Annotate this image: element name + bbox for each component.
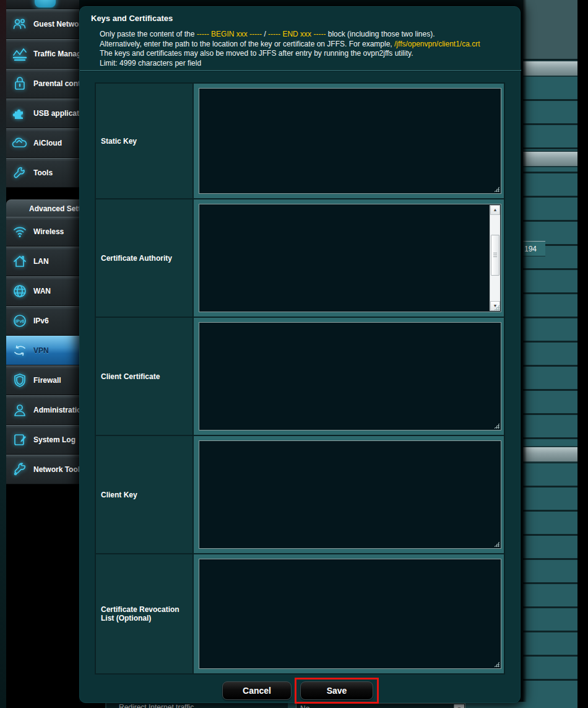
sidebar-footer-space	[6, 484, 79, 708]
sidebar-item-parental-control[interactable]: Parental control	[6, 69, 79, 98]
scrollbar-thumb[interactable]	[491, 235, 499, 276]
sidebar-item-vpn[interactable]: VPN	[6, 336, 79, 365]
vpn-arrows-icon	[12, 343, 28, 359]
sidebar-item-label: WAN	[33, 287, 51, 295]
background-settings-table: 194	[523, 0, 577, 708]
section-header-bar	[523, 151, 577, 167]
shield-icon	[12, 372, 28, 388]
partial-icon	[35, 0, 56, 7]
dialog-button-row: Cancel Save	[80, 678, 521, 704]
instruction-line-1: Only paste the content of the ----- BEGI…	[100, 30, 480, 40]
dialog-instructions: Only paste the content of the ----- BEGI…	[100, 30, 480, 68]
static-key-label: Static Key	[96, 84, 194, 198]
sidebar-item-label: Tools	[33, 168, 53, 177]
sidebar-item-tools[interactable]: Tools	[6, 158, 79, 188]
sidebar-item-administration[interactable]: Administration	[6, 395, 79, 425]
cancel-button[interactable]: Cancel	[222, 681, 292, 700]
sidebar-item-label: System Log	[33, 435, 76, 444]
sidebar-item-label: Parental control	[33, 79, 79, 88]
table-row: Certificate Revocation List (Optional)	[96, 554, 504, 675]
scroll-up-icon[interactable]: ▲	[490, 205, 500, 215]
select-value: No	[300, 704, 309, 708]
sidebar-item-label: IPv6	[33, 317, 49, 325]
static-key-textarea[interactable]	[199, 89, 501, 193]
sidebar-item-label: Guest Network	[33, 20, 79, 28]
wrench-icon	[12, 165, 28, 181]
sidebar-item-label: USB application	[33, 109, 79, 118]
client-certificate-textarea[interactable]	[199, 323, 501, 430]
sidebar-item-label: LAN	[33, 257, 49, 266]
sidebar-advanced-settings-header: Advanced Settings	[6, 199, 79, 217]
ipv6-icon: IPv6	[12, 313, 28, 329]
table-row: Client Certificate	[96, 318, 504, 436]
static-key-field-cell	[194, 84, 504, 198]
section-header-bar	[523, 446, 577, 463]
svg-text:IPv6: IPv6	[15, 319, 25, 323]
save-button-highlight-box: Save	[295, 678, 379, 704]
table-row: Certificate Authority ▲ ▼	[96, 199, 504, 318]
client-key-field-cell	[194, 436, 504, 553]
client-key-textarea[interactable]	[199, 441, 501, 548]
sidebar-item-usb-application[interactable]: USB application	[6, 98, 79, 128]
sidebar-item-guest-network[interactable]: Guest Network	[6, 9, 79, 39]
redirect-traffic-label: Redirect Internet traffic	[119, 703, 194, 708]
sidebar-item-firewall[interactable]: Firewall	[6, 365, 79, 395]
wifi-icon	[12, 224, 28, 240]
table-rows-clipped	[523, 77, 577, 708]
sidebar-item-aicloud[interactable]: AiCloud	[6, 128, 79, 158]
table-row: Client Key	[96, 436, 504, 554]
modal-shadow-on-page	[523, 0, 527, 708]
cloud-icon	[12, 135, 28, 151]
instruction-line-3: The keys and certificates may also be mo…	[100, 49, 480, 59]
page-right-edge	[577, 0, 588, 708]
sidebar-item-label: Network Tools	[33, 465, 79, 474]
person-icon	[12, 402, 28, 418]
traffic-chart-icon	[12, 46, 28, 62]
sidebar-item-network-tools[interactable]: Network Tools	[6, 455, 79, 484]
sidebar-item-label: AiCloud	[33, 139, 62, 147]
sidebar-item-ipv6[interactable]: IPv6 IPv6	[6, 306, 79, 336]
sidebar-item-lan[interactable]: LAN	[6, 247, 79, 276]
page-top-block	[523, 0, 577, 60]
certificate-revocation-list-textarea[interactable]	[199, 559, 501, 668]
instruction-line-2: Alternatively, enter the path to the loc…	[100, 40, 480, 50]
sidebar-item-traffic-manager[interactable]: Traffic Manager	[6, 39, 79, 69]
dialog-title: Keys and Certificates	[91, 14, 173, 23]
vertical-scrollbar[interactable]: ▲ ▼	[490, 205, 500, 311]
sidebar-item-label: Wireless	[33, 227, 64, 236]
sidebar-item-partial[interactable]	[6, 0, 79, 9]
instruction-line-4: Limit: 4999 characters per field	[100, 59, 480, 69]
client-certificate-label: Client Certificate	[96, 318, 194, 435]
client-certificate-field-cell	[194, 318, 504, 435]
table-row: Static Key	[96, 84, 504, 199]
section-header-bar	[523, 60, 577, 77]
house-icon	[12, 253, 28, 269]
sidebar-item-label: Firewall	[33, 376, 61, 385]
page-left-edge	[0, 0, 6, 708]
header-divider	[80, 69, 521, 71]
sidebar-item-label: Traffic Manager	[33, 50, 79, 58]
certificates-form-table: Static Key Certificate Authority ▲	[95, 82, 505, 675]
client-key-label: Client Key	[96, 436, 194, 553]
sidebar-item-system-log[interactable]: System Log	[6, 425, 79, 455]
redirect-traffic-select[interactable]: No ▼	[296, 703, 465, 708]
save-button[interactable]: Save	[300, 681, 373, 700]
certificate-authority-field-cell: ▲ ▼	[194, 199, 504, 317]
certificate-revocation-list-label: Certificate Revocation List (Optional)	[96, 554, 194, 673]
certificate-authority-textarea[interactable]	[199, 204, 501, 312]
network-wrench-icon	[12, 461, 28, 478]
chevron-down-icon[interactable]: ▼	[454, 704, 464, 708]
keys-and-certificates-dialog: Keys and Certificates Only paste the con…	[79, 6, 521, 703]
certificate-authority-label: Certificate Authority	[96, 199, 194, 317]
log-icon	[12, 432, 28, 448]
lock-icon	[12, 76, 28, 92]
sidebar-item-wan[interactable]: WAN	[6, 276, 79, 306]
sidebar-nav: Guest Network Traffic Manager Parental c…	[6, 0, 79, 708]
globe-icon	[12, 283, 28, 299]
router-admin-screen: Guest Network Traffic Manager Parental c…	[0, 0, 588, 708]
guests-icon	[12, 16, 28, 32]
sidebar-item-label: VPN	[33, 346, 49, 355]
sidebar-section-gap	[6, 188, 79, 199]
sidebar-item-wireless[interactable]: Wireless	[6, 217, 79, 247]
sidebar-item-label: Administration	[33, 406, 79, 414]
